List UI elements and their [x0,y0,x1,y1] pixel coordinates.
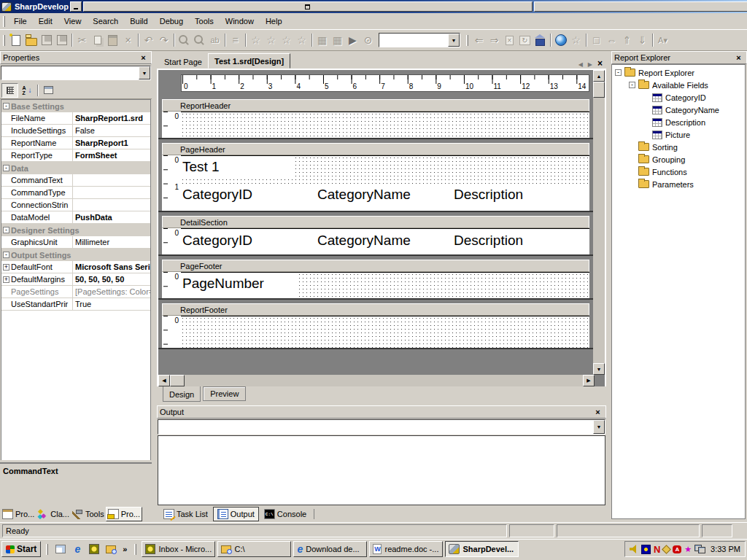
design-surface[interactable] [181,316,589,348]
section-header[interactable]: PageHeader [162,143,589,155]
property-row[interactable]: - Data [1,162,150,174]
menu-item[interactable]: View [58,14,88,28]
expander-icon[interactable]: - [3,165,9,171]
minimize-button[interactable] [70,1,82,12]
tree-item[interactable]: Sorting [612,141,745,153]
find-icon[interactable] [177,32,192,48]
splitter[interactable] [606,51,611,522]
page-number-item[interactable]: PageNumber [181,274,299,297]
menu-item[interactable]: Window [220,14,260,28]
property-value[interactable]: SharpReport1.srd [73,114,150,122]
property-value[interactable]: False [73,126,150,135]
dock-tab[interactable]: Task List [160,507,212,521]
chevron-down-icon[interactable] [593,420,605,434]
tree-item[interactable]: CategoryName [612,104,745,116]
cut-icon[interactable]: ✂ [74,32,90,48]
property-value[interactable]: Microsoft Sans Seri [73,262,150,271]
browser-icon[interactable] [553,32,568,48]
tree-item[interactable]: Description [612,116,745,128]
separator[interactable] [548,32,553,48]
save-icon[interactable] [39,32,54,48]
separator[interactable] [222,32,228,48]
property-row[interactable]: - Designer Settings [1,224,150,236]
next-tab-icon[interactable] [588,59,592,68]
taskbar-window-button[interactable]: C:\ [217,541,291,557]
tree-item[interactable]: - Report Explorer [612,66,745,79]
sort-icon[interactable]: A▾ [655,32,670,48]
property-row[interactable]: + DefaultFont Microsoft Sans Seri [1,261,150,273]
tree-item[interactable]: Picture [612,128,745,141]
menu-item[interactable]: Build [124,14,153,28]
macro-record-icon[interactable]: ▦ [314,32,330,48]
separator[interactable] [243,32,248,48]
expander-icon[interactable]: - [3,227,9,233]
property-row[interactable]: - Output Settings [1,249,150,261]
expander-icon[interactable]: - [3,252,9,258]
report-column-item[interactable]: CategoryID [182,230,252,251]
property-row[interactable]: DataModel PushData [1,211,150,224]
menu-item[interactable]: Tools [189,14,220,28]
property-pages-button[interactable] [40,83,57,98]
web-home-icon[interactable] [533,32,548,48]
toolbar-grip[interactable] [3,35,5,46]
design-surface[interactable]: PageNumber [181,272,589,298]
expander-icon[interactable] [629,181,635,187]
dock-tab[interactable]: Pro... [106,507,142,521]
expander-icon[interactable] [629,168,635,175]
quick-launch-button[interactable] [53,542,68,556]
design-surface[interactable]: CategoryID CategoryName Description [181,228,589,254]
property-value[interactable]: 50, 50, 50, 50 [73,275,150,284]
property-value[interactable]: SharpReport1 [73,139,150,147]
open-file-icon[interactable] [23,32,39,48]
view-box-icon[interactable]: □ [589,32,604,48]
property-row[interactable]: CommandText [1,174,150,187]
tab-preview[interactable]: Preview [203,386,246,401]
toolbar-combobox[interactable] [379,33,460,47]
section-header[interactable]: DetailSection [162,216,589,228]
expander-icon[interactable]: - [3,103,9,109]
horizontal-resize-icon[interactable]: ⇔ [604,32,619,48]
separator[interactable] [171,32,177,48]
close-panel-button[interactable] [592,408,603,417]
save-all-icon[interactable] [54,32,69,48]
tree-item[interactable]: Grouping [612,153,745,166]
report-column-item[interactable]: Description [454,184,523,205]
property-value[interactable]: PushData [73,213,150,222]
property-row[interactable]: - Base Settings [1,100,150,112]
design-surface[interactable] [181,112,589,138]
report-column-item[interactable]: Description [454,230,523,251]
property-row[interactable]: UseStandartPrir True [1,298,150,311]
taskbar-window-button[interactable]: W readme.doc -... [369,541,443,557]
scroll-down-icon[interactable]: ▼ [593,363,605,375]
separator[interactable] [650,32,655,48]
report-column-item[interactable]: CategoryName [317,230,411,251]
taskbar-grip[interactable] [46,544,48,555]
tab-test1-design[interactable]: Test 1.srd[Design] [208,53,290,69]
expander-icon[interactable]: - [615,69,622,76]
separator[interactable] [69,32,74,48]
menu-item[interactable]: Debug [154,14,189,28]
move-down-icon[interactable]: ⇓ [635,32,650,48]
toolbar-grip-2[interactable] [466,35,468,46]
expander-icon[interactable] [629,156,635,163]
output-combobox[interactable] [158,419,605,435]
output-text-area[interactable] [158,435,605,505]
alphabetical-button[interactable] [18,83,35,98]
taskbar-window-button[interactable]: Inbox - Micro... [142,541,215,557]
scroll-right-icon[interactable]: ▶ [583,375,595,386]
tree-item[interactable]: Parameters [612,178,745,190]
tree-item[interactable]: CategoryID [612,91,745,104]
scroll-left-icon[interactable]: ◀ [158,375,170,386]
scroll-up-icon[interactable]: ▲ [593,70,605,82]
property-value[interactable]: Millimeter [73,238,150,246]
property-row[interactable]: ReportName SharpReport1 [1,137,150,149]
replace-icon[interactable]: ab [207,32,222,48]
vertical-scrollbar[interactable]: ▲ ▼ [593,70,605,375]
pin-button[interactable] [127,53,138,63]
property-row[interactable]: PageSettings [PageSettings: Color= [1,286,150,298]
redo-icon[interactable]: ↷ [156,32,171,48]
expander-icon[interactable] [643,119,649,125]
property-row[interactable]: CommandType [1,187,150,199]
property-row[interactable]: GraphicsUnit Millimeter [1,236,150,249]
stop-load-icon[interactable]: × [502,32,517,48]
